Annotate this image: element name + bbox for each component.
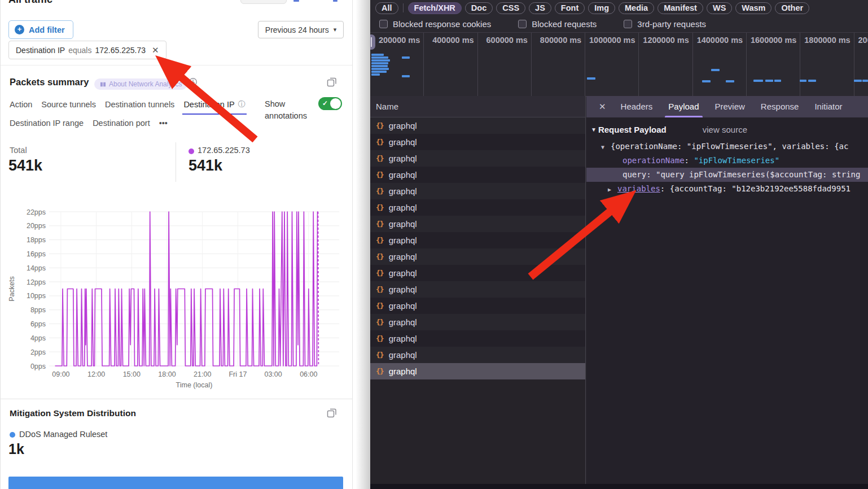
request-timing-mark (371, 62, 388, 64)
filter-pill-font[interactable]: Font (555, 2, 585, 14)
tab-preview[interactable]: Preview (707, 96, 753, 117)
timeline-cell: 1000000 ms (585, 33, 639, 96)
checkbox-3rd-party-requests[interactable]: 3rd-party requests (624, 19, 706, 29)
stat-divider (176, 142, 176, 182)
request-row[interactable]: {}graphql (370, 216, 585, 232)
request-row[interactable]: {}graphql (370, 134, 585, 150)
filter-chip[interactable]: Destination IP equals 172.65.225.73 ✕ (8, 41, 166, 59)
request-row[interactable]: {}graphql (370, 183, 585, 199)
request-row[interactable]: {}graphql (370, 298, 585, 314)
request-row[interactable]: {}graphql (370, 363, 585, 379)
show-annotations-toggle[interactable]: ✓ (318, 97, 342, 110)
request-row[interactable]: {}graphql (370, 150, 585, 167)
info-icon[interactable]: ⓘ (238, 99, 246, 110)
payload-token-k: operationName (622, 156, 685, 165)
request-row[interactable]: {}graphql (370, 232, 585, 248)
request-row[interactable]: {}graphql (370, 347, 585, 363)
disclosure-triangle-icon[interactable]: ▶ (608, 182, 617, 196)
disclosure-triangle-icon[interactable]: ▼ (601, 140, 611, 154)
json-braces-icon: {} (376, 302, 384, 310)
timeline-cell: 400000 ms (424, 33, 477, 96)
card-divider (1, 399, 352, 399)
payload-token-ku: variables (617, 184, 660, 193)
expand-card-icon[interactable] (327, 408, 337, 418)
request-row[interactable]: {}graphql (370, 265, 585, 281)
expand-card-icon[interactable] (327, 77, 337, 87)
tab-destination-port[interactable]: Destination port (93, 119, 150, 133)
payload-line[interactable]: ▶variables: {accountTag: "b12e3b2192ee55… (586, 182, 868, 196)
timeline-drag-handle[interactable] (370, 34, 375, 50)
tab-headers[interactable]: Headers (613, 96, 661, 117)
checkbox-icon[interactable] (379, 20, 388, 28)
name-column-header[interactable]: Name (370, 96, 585, 117)
request-name: graphql (389, 334, 417, 343)
request-row[interactable]: {}graphql (370, 248, 585, 265)
about-network-analytics-badge[interactable]: About Network Analytics (94, 78, 187, 90)
filter-pill-all[interactable]: All (375, 2, 398, 14)
y-tick-label: 18pps (27, 236, 46, 244)
request-row[interactable]: {}graphql (370, 330, 585, 347)
request-timing-mark (402, 56, 410, 59)
filter-pill-media[interactable]: Media (619, 2, 654, 14)
json-braces-icon: {} (376, 154, 384, 163)
tab-action[interactable]: Action (10, 99, 32, 115)
disclosure-triangle-icon[interactable]: ▼ (591, 126, 597, 133)
filter-pill-img[interactable]: Img (588, 2, 615, 14)
tab-[interactable]: ••• (159, 119, 168, 133)
tab-source-tunnels[interactable]: Source tunnels (41, 99, 96, 115)
json-braces-icon: {} (376, 318, 384, 326)
tab-destination-tunnels[interactable]: Destination tunnels (105, 99, 174, 115)
clock-icon[interactable] (188, 77, 198, 86)
payload-token-p: {accountTag: "b12e3b2192ee5588fdad9951 (670, 184, 851, 193)
remove-filter-icon[interactable]: ✕ (152, 45, 159, 55)
request-timing-mark (702, 80, 711, 82)
timeline-cell: 1800000 ms (800, 33, 854, 96)
time-range-dropdown[interactable]: Previous 24 hours ▾ (258, 21, 344, 38)
add-filter-label: Add filter (29, 25, 65, 34)
checkbox-blocked-requests[interactable]: Blocked requests (518, 19, 597, 29)
tab-destination-ip[interactable]: Destination IPⓘ (183, 99, 245, 115)
filter-pill-fetch-xhr[interactable]: Fetch/XHR (408, 2, 462, 14)
filter-pill-js[interactable]: JS (529, 2, 551, 14)
json-braces-icon: {} (376, 187, 384, 195)
filter-pill-wasm[interactable]: Wasm (735, 2, 771, 14)
x-tick-label: 12:00 (87, 370, 105, 378)
request-row[interactable]: {}graphql (370, 199, 585, 216)
payload-line[interactable]: query: "query ipFlowTimeseries($accountT… (586, 168, 868, 182)
x-tick-label: 03:00 (264, 370, 282, 378)
legend-dot (10, 432, 15, 438)
checkbox-icon[interactable] (624, 20, 632, 28)
filter-pill-doc[interactable]: Doc (465, 2, 493, 14)
timeline-tick-label: 600000 ms (486, 36, 528, 45)
request-payload-header[interactable]: ▼ Request Payload view source (586, 117, 868, 139)
json-braces-icon: {} (376, 203, 384, 212)
payload-line[interactable]: ▼{operationName: "ipFlowTimeseries", var… (586, 139, 868, 154)
request-row[interactable]: {}graphql (370, 117, 585, 134)
request-row[interactable]: {}graphql (370, 281, 585, 298)
payload-line[interactable]: operationName: "ipFlowTimeseries" (586, 154, 868, 168)
add-filter-button[interactable]: + Add filter (8, 20, 73, 39)
filter-pill-css[interactable]: CSS (496, 2, 525, 14)
request-payload-title: Request Payload (598, 125, 667, 134)
request-row[interactable]: {}graphql (370, 314, 585, 330)
checkbox-icon[interactable] (518, 20, 527, 28)
tab-destination-ip-range[interactable]: Destination IP range (10, 119, 84, 133)
request-name: graphql (389, 203, 417, 212)
request-name: graphql (389, 137, 417, 147)
tab-payload[interactable]: Payload (660, 96, 707, 117)
filter-pill-other[interactable]: Other (775, 2, 809, 14)
tab-label: Destination IP (183, 100, 234, 109)
payload-token-p: query (622, 170, 646, 179)
checkbox-blocked-response-cookies[interactable]: Blocked response cookies (379, 19, 491, 29)
request-row[interactable]: {}graphql (370, 167, 585, 183)
close-icon[interactable]: ✕ (592, 102, 613, 112)
tab-initiator[interactable]: Initiator (806, 96, 850, 117)
network-overview-timeline[interactable]: 200000 ms400000 ms600000 ms800000 ms1000… (370, 33, 868, 97)
json-braces-icon: {} (376, 367, 384, 376)
view-source-link[interactable]: view source (703, 125, 747, 134)
filter-pill-ws[interactable]: WS (707, 2, 732, 14)
y-tick-label: 8pps (30, 306, 46, 314)
filter-pill-manifest[interactable]: Manifest (657, 2, 703, 14)
series-dot (188, 149, 194, 154)
tab-response[interactable]: Response (753, 96, 807, 117)
